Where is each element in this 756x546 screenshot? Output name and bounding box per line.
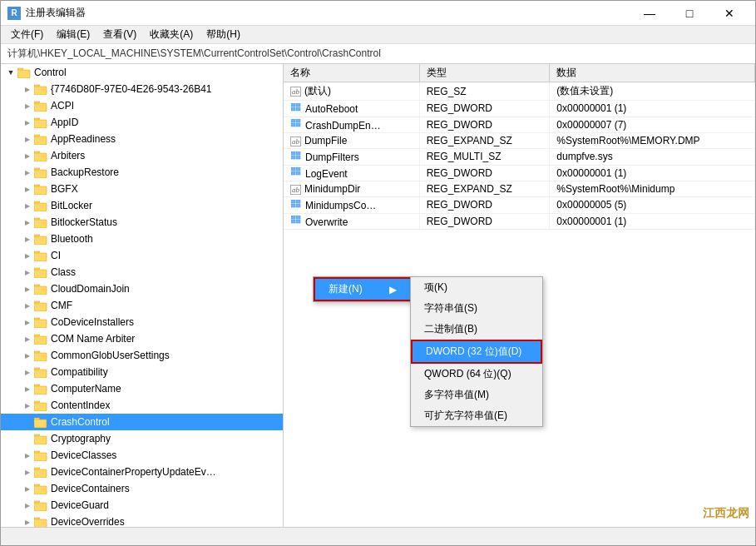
maximize-button[interactable]: □: [670, 1, 709, 26]
expand-icon[interactable]: ▶: [21, 149, 34, 162]
cell-type: REG_DWORD: [419, 165, 550, 181]
expand-icon[interactable]: ▶: [21, 216, 34, 229]
expand-icon[interactable]: ▶: [21, 99, 34, 112]
expand-icon[interactable]: ▶: [21, 199, 34, 212]
table-row[interactable]: ab(默认)REG_SZ(数值未设置): [284, 82, 755, 101]
expand-icon[interactable]: ▶: [21, 349, 34, 362]
tree-item-devicecontainers[interactable]: ▶ DeviceContainers: [1, 480, 283, 497]
expand-icon[interactable]: ▶: [21, 166, 34, 179]
expand-icon[interactable]: ▶: [21, 365, 34, 379]
table-row[interactable]: MinidumpsCo…REG_DWORD0x00000005 (5): [284, 197, 755, 214]
expand-icon[interactable]: [21, 432, 34, 445]
menu-item[interactable]: 收藏夹(A): [143, 26, 200, 43]
table-row[interactable]: abMinidumpDirREG_EXPAND_SZ%SystemRoot%\M…: [284, 181, 755, 197]
context-submenu[interactable]: 项(K)字符串值(S)二进制值(B)DWORD (32 位)值(D)QWORD …: [410, 276, 543, 427]
expand-icon[interactable]: ▶: [21, 182, 34, 196]
svg-rect-106: [291, 220, 295, 223]
close-button[interactable]: ✕: [710, 1, 749, 26]
tree-item-cryptography[interactable]: Cryptography: [1, 430, 283, 447]
expand-icon[interactable]: ▶: [21, 266, 34, 279]
new-menu-item[interactable]: 新建(N) ▶: [314, 277, 412, 301]
tree-item-appreadiness[interactable]: ▶ AppReadiness: [1, 131, 283, 147]
folder-icon: [34, 284, 47, 295]
submenu-item[interactable]: QWORD (64 位)(Q): [411, 364, 542, 385]
submenu-item[interactable]: 多字符串值(M): [411, 385, 542, 405]
svg-rect-44: [34, 303, 40, 305]
tree-item-bitlockerstatus[interactable]: ▶ BitlockerStatus: [1, 214, 283, 231]
tree-item-guid[interactable]: ▶ {7746D80F-97E0-4E26-9543-26B41: [1, 81, 283, 97]
tree-item-class[interactable]: ▶ Class: [1, 264, 283, 280]
expand-icon[interactable]: ▼: [4, 66, 17, 79]
tree-item-cmf[interactable]: ▶ CMF: [1, 297, 283, 314]
expand-icon[interactable]: ▶: [21, 499, 34, 512]
expand-icon[interactable]: ▶: [21, 399, 34, 412]
tree-item-commonglob[interactable]: ▶ CommonGlobUserSettings: [1, 347, 283, 364]
menu-item[interactable]: 帮助(H): [200, 26, 247, 43]
submenu-item[interactable]: 二进制值(B): [411, 319, 542, 340]
tree-item-computername[interactable]: ▶ ComputerName: [1, 380, 283, 397]
svg-rect-8: [34, 103, 40, 106]
tree-item-deviceoverrides[interactable]: ▶ DeviceOverrides: [1, 514, 283, 527]
submenu-item[interactable]: 可扩充字符串值(E): [411, 405, 542, 426]
expand-icon[interactable]: ▶: [21, 299, 34, 312]
tree-item-backuprestore[interactable]: ▶ BackupRestore: [1, 164, 283, 181]
tree-item-bluetooth[interactable]: ▶ Bluetooth: [1, 231, 283, 247]
expand-icon[interactable]: ▶: [21, 82, 34, 96]
expand-icon[interactable]: [21, 415, 34, 429]
expand-icon[interactable]: ▶: [21, 382, 34, 395]
tree-item-bgfx[interactable]: ▶ BGFX: [1, 181, 283, 197]
tree-item-arbiters[interactable]: ▶ Arbiters: [1, 147, 283, 164]
tree-item-devicecontainer[interactable]: ▶ DeviceContainerPropertyUpdateEv…: [1, 464, 283, 480]
tree-panel[interactable]: ▼ Control▶ {7746D80F-97E0-4E26-9543-26B4…: [1, 64, 284, 527]
table-row[interactable]: LogEventREG_DWORD0x00000001 (1): [284, 165, 755, 181]
expand-icon[interactable]: ▶: [21, 465, 34, 479]
expand-icon[interactable]: ▶: [21, 449, 34, 462]
tree-item-ci[interactable]: ▶ CI: [1, 247, 283, 264]
table-row[interactable]: abDumpFileREG_EXPAND_SZ%SystemRoot%\MEMO…: [284, 133, 755, 149]
menu-item[interactable]: 查看(V): [96, 26, 143, 43]
dword-icon: [290, 167, 302, 177]
context-menu-new[interactable]: 新建(N) ▶: [313, 276, 413, 302]
cell-name: LogEvent: [284, 165, 419, 181]
table-row[interactable]: OverwriteREG_DWORD0x00000001 (1): [284, 213, 755, 230]
tree-item-deviceclasses[interactable]: ▶ DeviceClasses: [1, 447, 283, 464]
submenu-item[interactable]: DWORD (32 位)值(D): [411, 340, 542, 364]
expand-icon[interactable]: ▶: [21, 132, 34, 146]
tree-item-control[interactable]: ▼ Control: [1, 64, 283, 81]
tree-item-crashcontrol[interactable]: CrashControl: [1, 414, 283, 430]
tree-item-compat[interactable]: ▶ Compatibility: [1, 364, 283, 380]
expand-icon[interactable]: ▶: [21, 332, 34, 345]
svg-rect-77: [34, 486, 40, 489]
expand-icon[interactable]: ▶: [21, 315, 34, 329]
cell-name: ab(默认): [284, 82, 419, 101]
expand-icon[interactable]: ▶: [21, 282, 34, 295]
registry-values-panel[interactable]: 名称 类型 数据 ab(默认)REG_SZ(数值未设置)AutoRebootRE…: [284, 64, 755, 527]
tree-item-comname[interactable]: ▶ COM Name Arbiter: [1, 330, 283, 347]
cell-name: abDumpFile: [284, 133, 419, 149]
expand-icon[interactable]: ▶: [21, 515, 34, 527]
tree-item-clouddomainjoin[interactable]: ▶ CloudDomainJoin: [1, 280, 283, 297]
tree-item-acpi[interactable]: ▶ ACPI: [1, 97, 283, 114]
expand-icon[interactable]: ▶: [21, 116, 34, 129]
tree-item-label: CoDeviceInstallers: [51, 316, 134, 328]
svg-rect-90: [291, 123, 295, 127]
submenu-item[interactable]: 字符串值(S): [411, 298, 542, 319]
table-row[interactable]: CrashDumpEn…REG_DWORD0x00000007 (7): [284, 117, 755, 133]
menu-item[interactable]: 编辑(E): [50, 26, 96, 43]
expand-icon[interactable]: ▶: [21, 482, 34, 495]
minimize-button[interactable]: —: [630, 1, 669, 26]
tree-item-appid[interactable]: ▶ AppID: [1, 114, 283, 131]
tree-item-deviceguard[interactable]: ▶ DeviceGuard: [1, 497, 283, 514]
tree-item-contentindex[interactable]: ▶ ContentIndex: [1, 397, 283, 414]
table-row[interactable]: DumpFiltersREG_MULTI_SZdumpfve.sys: [284, 149, 755, 166]
svg-rect-101: [296, 200, 300, 203]
svg-rect-74: [34, 469, 40, 472]
table-row[interactable]: AutoRebootREG_DWORD0x00000001 (1): [284, 101, 755, 117]
expand-icon[interactable]: ▶: [21, 232, 34, 246]
tree-item-codeviceinstallers[interactable]: ▶ CoDeviceInstallers: [1, 314, 283, 330]
expand-icon[interactable]: ▶: [21, 249, 34, 262]
tree-item-bitlocker[interactable]: ▶ BitLocker: [1, 197, 283, 214]
menu-item[interactable]: 文件(F): [4, 26, 50, 43]
status-bar: [1, 527, 755, 545]
submenu-item[interactable]: 项(K): [411, 277, 542, 298]
